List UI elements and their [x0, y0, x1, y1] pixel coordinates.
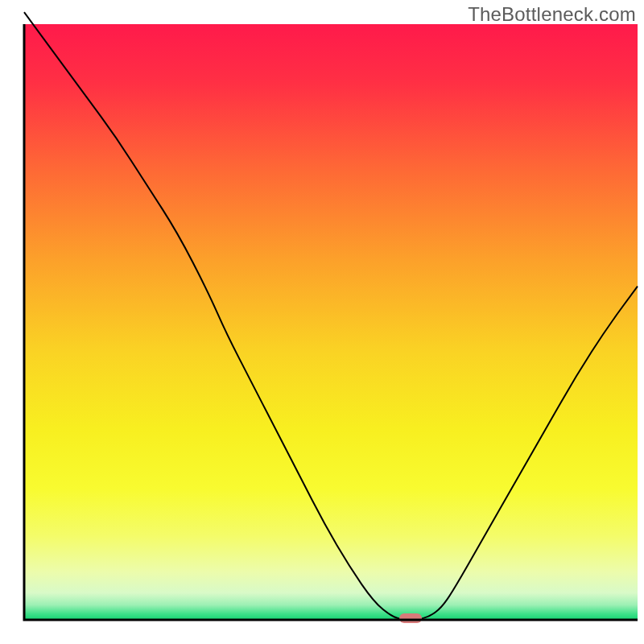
bottleneck-chart: TheBottleneck.com [0, 0, 644, 644]
plot-background [24, 24, 638, 620]
chart-svg [0, 0, 644, 644]
optimal-marker [399, 613, 422, 623]
watermark-label: TheBottleneck.com [468, 3, 636, 26]
